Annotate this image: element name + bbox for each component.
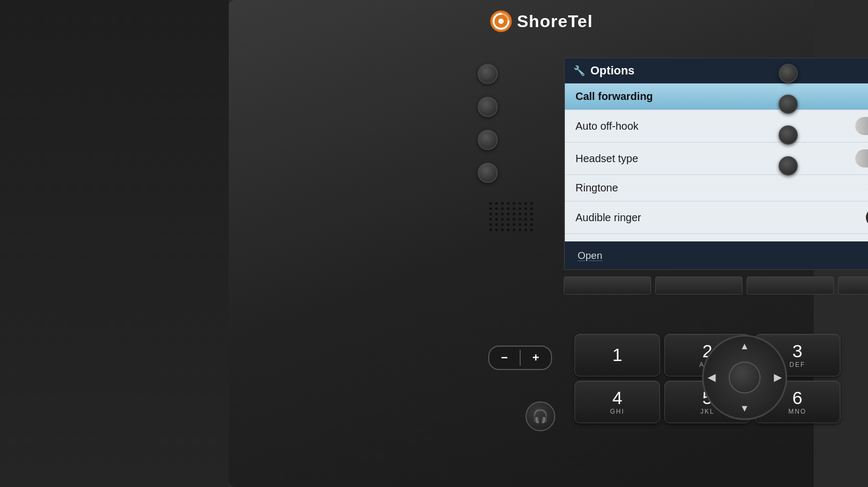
vent-hole bbox=[495, 218, 498, 221]
vent-hole bbox=[524, 218, 527, 221]
menu-item-audible-ringer[interactable]: Audible ringer On bbox=[565, 201, 868, 234]
side-buttons bbox=[478, 64, 498, 183]
soft-key-1[interactable] bbox=[564, 276, 651, 295]
dial-number-6: 6 bbox=[792, 389, 803, 407]
right-side-buttons bbox=[779, 64, 798, 175]
audible-ringer-toggle[interactable]: On bbox=[866, 208, 868, 226]
right-button-4[interactable] bbox=[779, 156, 798, 175]
vent-hole bbox=[489, 218, 492, 221]
vent-hole bbox=[530, 218, 533, 221]
nav-up-arrow[interactable]: ▲ bbox=[740, 341, 749, 352]
headset-type-slider[interactable]: Wireless bbox=[855, 149, 868, 167]
vent-hole bbox=[507, 218, 510, 221]
dial-letters-3: DEF bbox=[789, 361, 805, 368]
vent-hole bbox=[519, 213, 521, 215]
nav-down-arrow[interactable]: ▼ bbox=[740, 403, 749, 414]
volume-control[interactable]: − + bbox=[488, 346, 552, 370]
audible-ringer-label: Audible ringer bbox=[575, 212, 641, 224]
soft-key-4[interactable] bbox=[838, 276, 868, 295]
auto-offhook-slider[interactable]: Headset bbox=[855, 117, 868, 135]
headset-button[interactable]: 🎧 bbox=[525, 401, 555, 431]
vent-hole bbox=[489, 229, 492, 231]
auto-offhook-label: Auto off-hook bbox=[575, 120, 639, 132]
vent-hole bbox=[524, 229, 527, 231]
open-button[interactable]: Open bbox=[578, 250, 602, 262]
vent-hole bbox=[513, 213, 515, 215]
right-button-3[interactable] bbox=[779, 125, 798, 145]
vent-hole bbox=[519, 229, 521, 231]
side-button-3[interactable] bbox=[478, 130, 498, 150]
vent-hole bbox=[507, 202, 510, 205]
dial-number-3: 3 bbox=[792, 342, 803, 360]
nav-right-arrow[interactable]: ▶ bbox=[774, 372, 781, 383]
vent-hole bbox=[489, 223, 492, 226]
vent-hole bbox=[501, 213, 504, 215]
nav-pad[interactable]: ▲ ▼ ◀ ▶ bbox=[702, 335, 787, 420]
menu-list: Call forwarding › Auto off-hook Headset … bbox=[565, 83, 868, 261]
dial-key-1[interactable]: 1 bbox=[574, 334, 660, 376]
menu-item-call-forwarding[interactable]: Call forwarding › bbox=[565, 83, 868, 110]
volume-up-button[interactable]: + bbox=[521, 347, 551, 369]
wrench-icon: 🔧 bbox=[573, 65, 585, 77]
nav-center-button[interactable] bbox=[729, 362, 761, 393]
soft-key-3[interactable] bbox=[747, 276, 834, 295]
side-button-4[interactable] bbox=[478, 163, 498, 183]
dial-letters-4: GHI bbox=[610, 408, 624, 415]
vent-hole bbox=[530, 202, 533, 205]
vent-hole bbox=[501, 229, 504, 231]
shoretel-logo-icon bbox=[489, 10, 513, 33]
phone-screen: 🔧 Options Call forwarding › Auto off-hoo… bbox=[564, 57, 868, 270]
screen-bottom-bar: Open Exit bbox=[565, 241, 868, 269]
vent-hole bbox=[519, 207, 521, 210]
vent-hole bbox=[530, 213, 533, 215]
options-header: 🔧 Options bbox=[565, 58, 868, 83]
svg-point-1 bbox=[498, 19, 504, 24]
vent-hole bbox=[495, 207, 498, 210]
headset-type-label: Headset type bbox=[575, 153, 638, 165]
vent-hole bbox=[513, 207, 515, 210]
nav-left-arrow[interactable]: ◀ bbox=[708, 372, 715, 383]
vent-hole bbox=[524, 213, 527, 215]
vent-hole bbox=[524, 223, 527, 226]
dial-number-4: 4 bbox=[612, 389, 622, 407]
vent-hole bbox=[530, 223, 533, 226]
dial-number-1: 1 bbox=[612, 346, 622, 364]
phone-body: ShoreTel 🔧 Options Call forwarding › Aut… bbox=[229, 0, 814, 487]
vent-hole bbox=[519, 223, 521, 226]
screen-title: Options bbox=[590, 64, 635, 78]
vent-hole bbox=[495, 223, 498, 226]
vent-hole bbox=[530, 229, 533, 231]
vent-hole bbox=[489, 202, 492, 205]
soft-key-2[interactable] bbox=[655, 276, 742, 295]
menu-item-auto-offhook[interactable]: Auto off-hook Headset bbox=[565, 110, 868, 142]
vent-hole bbox=[501, 223, 504, 226]
dial-key-4[interactable]: 4 GHI bbox=[574, 381, 660, 423]
soft-keys-row bbox=[564, 276, 868, 295]
vent-hole bbox=[507, 207, 510, 210]
right-button-1[interactable] bbox=[779, 64, 798, 83]
vent-hole bbox=[501, 207, 504, 210]
call-forwarding-label: Call forwarding bbox=[575, 90, 653, 103]
volume-down-button[interactable]: − bbox=[489, 347, 520, 369]
right-button-2[interactable] bbox=[779, 95, 798, 114]
side-button-1[interactable] bbox=[478, 64, 498, 84]
vent-hole bbox=[489, 213, 492, 215]
vent-hole bbox=[501, 202, 504, 205]
dial-letters-6: MNO bbox=[788, 408, 806, 415]
menu-item-ringtone[interactable]: Ringtone Standard › bbox=[565, 175, 868, 201]
ringtone-label: Ringtone bbox=[575, 182, 618, 194]
menu-item-headset-type[interactable]: Headset type Wireless bbox=[565, 142, 868, 175]
vent-hole bbox=[513, 229, 515, 231]
vent-hole bbox=[524, 207, 527, 210]
vent-hole bbox=[519, 218, 521, 221]
vent-hole bbox=[513, 202, 515, 205]
side-button-2[interactable] bbox=[478, 97, 498, 117]
vent-hole bbox=[507, 223, 510, 226]
vent-hole bbox=[513, 223, 515, 226]
vent-hole bbox=[524, 202, 527, 205]
left-background bbox=[0, 0, 229, 487]
vent-hole bbox=[489, 207, 492, 210]
vent-hole bbox=[519, 202, 521, 205]
vent-hole bbox=[507, 229, 510, 231]
nav-circle-outer[interactable]: ▲ ▼ ◀ ▶ bbox=[702, 335, 787, 420]
